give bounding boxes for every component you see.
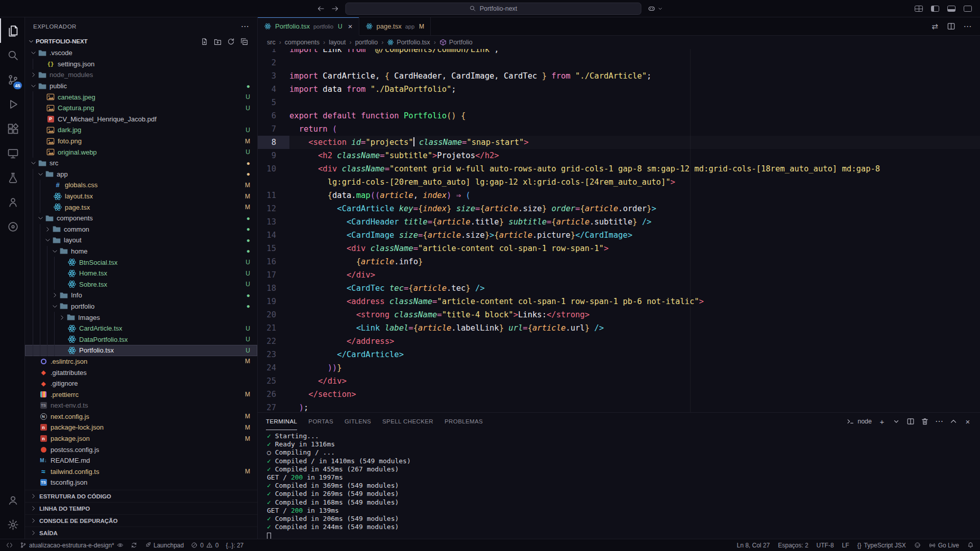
status-sync-changes[interactable] (131, 542, 137, 548)
code-line[interactable]: 3import CardArticle, { CardHeader, CardI… (258, 69, 980, 83)
panel-tab-terminal[interactable]: TERMINAL (266, 413, 297, 430)
command-center-search[interactable]: Portfolio-next (346, 3, 642, 15)
toggle-secondary-sidebar-button[interactable] (964, 6, 972, 12)
code-line[interactable]: 24 ))} (258, 361, 980, 374)
sidebar-section-linha-do-tempo[interactable]: LINHA DO TEMPO (25, 502, 257, 514)
activity-gitlens[interactable] (0, 214, 24, 239)
status-remote[interactable] (6, 542, 13, 548)
activity-source-control[interactable]: 45 (0, 67, 24, 92)
terminal-output[interactable]: ✓ Starting...✓ Ready in 1316ms○ Compilin… (258, 430, 980, 539)
tree-item-sobre-tsx[interactable]: Sobre.tsxU (25, 279, 257, 290)
code-line[interactable]: 18 <CardTec tec={article.tec} /> (258, 282, 980, 295)
collapse-folders-button[interactable] (240, 38, 248, 45)
activity-live-share[interactable] (0, 190, 24, 214)
code-line[interactable]: 4import data from "./DataPortfolio"; (258, 83, 980, 96)
tree-item-foto-png[interactable]: foto.pngM (25, 136, 257, 147)
tree-item-info[interactable]: Info● (25, 290, 257, 301)
tree-item-btnsocial-tsx[interactable]: BtnSocial.tsxU (25, 257, 257, 268)
tree-item-readme-md[interactable]: M↓README.md (25, 455, 257, 466)
status-eol[interactable]: LF (842, 542, 849, 549)
tree-item-tsconfig-json[interactable]: TStsconfig.json (25, 477, 257, 488)
panel-tab-gitlens[interactable]: GITLENS (345, 413, 371, 430)
sidebar-section-sa-da[interactable]: SAÍDA (25, 527, 257, 539)
tree-item-home[interactable]: home● (25, 246, 257, 257)
panel-tab-spell-checker[interactable]: SPELL CHECKER (382, 413, 433, 430)
tree-item-captura-png[interactable]: Captura.pngU (25, 103, 257, 114)
code-line[interactable]: 13 <CardHeader title={article.title} sub… (258, 215, 980, 229)
panel-more-actions[interactable]: ⋯ (935, 417, 943, 425)
panel-tab-portas[interactable]: PORTAS (308, 413, 333, 430)
activity-accounts[interactable] (0, 488, 24, 512)
tree-item-src[interactable]: src● (25, 158, 257, 169)
tree-item-public[interactable]: public● (25, 81, 257, 92)
tree-item-common[interactable]: common● (25, 224, 257, 235)
code-line[interactable]: 20 <strong className="title-4 block">Lin… (258, 308, 980, 321)
refresh-explorer-button[interactable] (227, 38, 235, 45)
new-terminal-button[interactable]: + (878, 417, 886, 425)
code-line[interactable]: 11 {data.map((article, index) ⇒ ( (258, 189, 980, 202)
activity-explorer[interactable] (0, 18, 24, 43)
editor-more-actions[interactable]: ⋯ (963, 22, 972, 31)
code-line[interactable]: 9 <h2 className="subtitle">Projetos</h2> (258, 149, 980, 162)
open-changes-icon[interactable]: ⇄ (930, 22, 939, 31)
status-language-mode[interactable]: {}TypeScript JSX (857, 542, 906, 549)
breadcrumb-portfolio[interactable]: Portfolio (439, 39, 473, 46)
tree-item-gitattributes[interactable]: ◆.gitattributes (25, 367, 257, 378)
status-feedback[interactable] (914, 542, 921, 548)
code-line[interactable]: 16 {article.info} (258, 255, 980, 268)
status-indentation[interactable]: Espaços: 2 (778, 542, 808, 549)
tree-item-cv-michael-henrique-jacob-pdf[interactable]: PCV_Michael_Henrique_Jacob.pdf (25, 114, 257, 125)
activity-search[interactable] (0, 43, 24, 67)
tree-item-tailwind-config-ts[interactable]: ≈tailwind.config.tsM (25, 466, 257, 478)
code-line[interactable]: lg:grid-cols-[20rem_auto_auto] lg:gap-12… (258, 176, 980, 189)
code-line[interactable]: 14 <CardImage size={article.size}>{artic… (258, 229, 980, 242)
sidebar-more-actions[interactable]: ⋯ (241, 22, 249, 31)
activity-extensions[interactable] (0, 116, 24, 141)
code-line[interactable]: 12 <CardArticle key={index} size={articl… (258, 202, 980, 215)
code-line[interactable]: 23 </CardArticle> (258, 348, 980, 361)
code-line[interactable]: 15 <div className="article-content col-s… (258, 242, 980, 255)
terminal-profile[interactable]: node (846, 417, 872, 425)
code-line[interactable]: 19 <address className="article-content c… (258, 295, 980, 308)
split-editor-button[interactable] (947, 22, 955, 31)
tree-item-prettierrc[interactable]: .prettierrcM (25, 389, 257, 400)
copilot-menu[interactable] (648, 5, 664, 13)
breadcrumb-components[interactable]: components (285, 39, 320, 46)
tree-item-package-json[interactable]: npackage.jsonM (25, 433, 257, 444)
code-line[interactable]: 7 return ( (258, 122, 980, 136)
tree-item-vscode[interactable]: .vscode (25, 47, 257, 59)
tree-item-postcss-config-js[interactable]: postcss.config.js (25, 444, 257, 455)
editor-tab-page-tsx[interactable]: page.tsxappM (359, 17, 431, 35)
project-section-header[interactable]: PORTFOLIO-NEXT (25, 35, 257, 47)
activity-testing[interactable] (0, 165, 24, 190)
tree-item-portfolio-tsx[interactable]: Portfolio.tsxU (25, 345, 257, 356)
tree-item-globals-css[interactable]: #globals.cssM (25, 180, 257, 191)
breadcrumb-src[interactable]: src (267, 39, 276, 46)
editor-tab-portfolio-tsx[interactable]: Portfolio.tsxportfolioU× (258, 17, 359, 36)
customize-layout-button[interactable] (915, 6, 923, 12)
status-git-branch[interactable]: atualizacao-estrutura-e-design* (20, 542, 124, 549)
code-line[interactable]: 27 ); (258, 401, 980, 412)
breadcrumb-portfolio[interactable]: portfolio (355, 39, 378, 46)
sidebar-section-estrutura-do-c-digo[interactable]: ESTRUTURA DO CÓDIGO (25, 490, 257, 502)
status-notifications[interactable] (967, 542, 974, 548)
breadcrumb-portfolio-tsx[interactable]: Portfolio.tsx (387, 39, 430, 46)
tree-item-portfolio[interactable]: portfolio● (25, 301, 257, 312)
sidebar-section-console-de-depura-o[interactable]: CONSOLE DE DEPURAÇÃO (25, 514, 257, 527)
status-launchpad[interactable]: Launchpad (144, 542, 184, 549)
status-problems[interactable]: 00 (191, 542, 218, 549)
code-line[interactable]: 10 <div className="content grid w-full a… (258, 162, 980, 176)
code-line[interactable]: 17 </div> (258, 268, 980, 282)
tree-item-home-tsx[interactable]: Home.tsxU (25, 268, 257, 279)
code-line[interactable]: 21 <Link label={article.labelLink} url={… (258, 321, 980, 335)
tree-item-cardarticle-tsx[interactable]: CardArticle.tsxU (25, 323, 257, 334)
close-tab-icon[interactable]: × (348, 22, 353, 31)
breadcrumb-layout[interactable]: layout (329, 39, 346, 46)
code-line[interactable]: 25 </div> (258, 374, 980, 388)
tree-item-next-config-js[interactable]: Nnext.config.jsM (25, 411, 257, 422)
status-encoding[interactable]: UTF-8 (817, 542, 834, 549)
tree-item-page-tsx[interactable]: page.tsxM (25, 202, 257, 213)
tree-item-canetas-jpeg[interactable]: canetas.jpegU (25, 91, 257, 103)
code-line[interactable]: 26 </section> (258, 388, 980, 401)
tree-item-settings-json[interactable]: {}settings.json (25, 59, 257, 70)
